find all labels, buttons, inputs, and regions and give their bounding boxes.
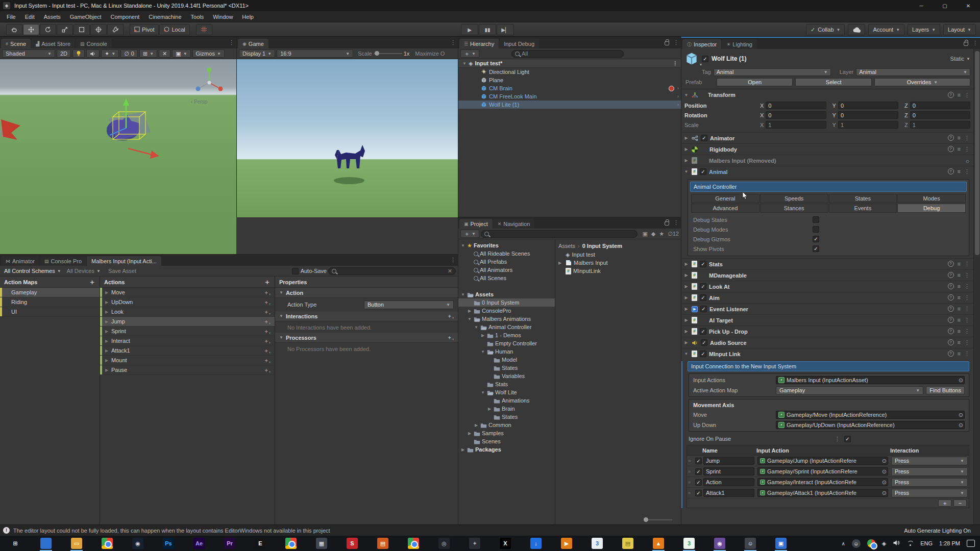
animal-controller-header[interactable]: Animal Controller	[690, 182, 967, 192]
component-header-rigidbody[interactable]: ▶Rigidbody?≡⋮	[681, 143, 973, 155]
component-header-ai-target[interactable]: ▶#AI Target?≡⋮	[681, 314, 973, 325]
add-action-button[interactable]: ＋	[264, 278, 271, 287]
step-button[interactable]: ▶▏	[497, 24, 514, 35]
foldout-icon[interactable]: ▶	[683, 136, 689, 140]
foldout-icon[interactable]: ▶	[683, 158, 689, 163]
tree-arrow-icon[interactable]: ▼	[480, 349, 485, 354]
project-tree-item[interactable]: ▶Brain	[458, 405, 555, 413]
menu-edit[interactable]: Edit	[20, 11, 39, 22]
expand-icon[interactable]: ▶	[105, 368, 111, 372]
component-header-malbers-input-removed-[interactable]: ▶#Malbers Input (Removed)☼	[681, 155, 973, 166]
component-enabled-checkbox[interactable]: ✓	[700, 328, 706, 335]
project-search-input[interactable]	[481, 230, 638, 238]
foldout-icon[interactable]: ▶	[683, 340, 689, 345]
pause-button[interactable]: ▮▮	[479, 24, 496, 35]
maximize-on-play-toggle[interactable]: Maximize O	[415, 51, 445, 57]
component-kebab-icon[interactable]: ⋮	[964, 146, 970, 153]
inspector-menu-kebab-icon[interactable]: ⋮	[972, 40, 978, 46]
project-menu-kebab-icon[interactable]: ⋮	[673, 219, 679, 226]
taskbar-calculator[interactable]: ▦	[306, 536, 337, 551]
animal-tab-advanced[interactable]: Advanced	[691, 204, 760, 213]
help-icon[interactable]: ?	[948, 92, 954, 98]
discord-tray-icon[interactable]: ☺	[852, 539, 861, 548]
tree-arrow-icon[interactable]: ▼	[460, 243, 465, 248]
project-tree-item[interactable]: Model	[458, 356, 555, 364]
row-interaction-dropdown[interactable]: Press▼	[891, 457, 968, 465]
component-enabled-checkbox[interactable]: ✓	[701, 339, 707, 346]
component-header-stats[interactable]: ▶#✓Stats?≡⋮	[681, 258, 973, 269]
action-center-icon[interactable]	[967, 540, 975, 547]
static-dropdown[interactable]: Static▼	[950, 56, 970, 62]
project-tree-item[interactable]: ▶Packages	[458, 445, 555, 454]
move-object-field[interactable]: ⚡Gameplay/Move (InputActionReference)⊙	[776, 411, 965, 419]
taskbar-dark-tool-app[interactable]: ✦	[459, 536, 490, 551]
animal-tab-events[interactable]: Events	[829, 204, 897, 213]
project-tree-item[interactable]: ▼Animal Controller	[458, 323, 555, 331]
menu-file[interactable]: File	[2, 11, 20, 22]
component-header-mdamageable[interactable]: ▶#MDamageable?≡⋮	[681, 269, 973, 281]
prefab-overrides-dropdown[interactable]: Overrides▼	[874, 78, 970, 86]
presets-icon[interactable]: ≡	[958, 317, 961, 323]
lighting-toggle-icon[interactable]	[72, 49, 85, 58]
scene-tools-icon[interactable]: ✕	[159, 49, 170, 58]
tab-hierarchy[interactable]: ☰Hierarchy	[459, 39, 499, 48]
tag-dropdown[interactable]: Animal▼	[714, 68, 831, 76]
taskbar-epic-games[interactable]: E	[245, 536, 276, 551]
inspector-scrollbar[interactable]	[973, 49, 980, 524]
action-row[interactable]: ▶Sprint＋,	[100, 327, 275, 336]
layer-dropdown[interactable]: Animal▼	[856, 68, 970, 76]
row-enabled-checkbox[interactable]: ✓	[695, 468, 702, 475]
animal-tab-modes[interactable]: Modes	[897, 194, 966, 203]
hierarchy-item[interactable]: CM Brain›	[458, 84, 681, 92]
breadcrumb-root[interactable]: Assets	[558, 243, 575, 249]
taskbar-after-effects[interactable]: Ae	[184, 536, 214, 551]
transform-tool-icon[interactable]	[90, 24, 107, 35]
presets-icon[interactable]: ≡	[958, 328, 961, 335]
scene-menu-kebab-icon[interactable]: ⋮	[229, 39, 234, 46]
tab-animator[interactable]: ⋈Animator	[1, 256, 39, 266]
camera-dropdown-icon[interactable]: ▣▼	[172, 49, 190, 58]
foldout-icon[interactable]: ▶	[683, 307, 689, 311]
breadcrumb-current[interactable]: 0 Input System	[582, 243, 622, 249]
taskbar-file-explorer[interactable]: ▭	[61, 536, 92, 551]
animal-tab-debug[interactable]: Debug	[897, 204, 966, 213]
wifi-tray-icon[interactable]	[906, 541, 914, 546]
auto-save-checkbox[interactable]: ✓	[292, 268, 299, 274]
project-tree-item[interactable]: States	[458, 364, 555, 372]
gizmos-dropdown[interactable]: Gizmos▼	[192, 49, 225, 58]
asset-size-slider[interactable]	[644, 519, 672, 520]
add-binding-button[interactable]: ＋,	[263, 366, 271, 374]
presets-icon[interactable]: ≡	[958, 261, 961, 267]
component-enabled-checkbox[interactable]: ✓	[700, 294, 706, 301]
expand-icon[interactable]: ▶	[105, 310, 111, 314]
help-icon[interactable]: ?	[948, 306, 954, 312]
scale-slider[interactable]	[374, 53, 402, 54]
menu-tools[interactable]: Tools	[186, 11, 209, 22]
object-picker-icon[interactable]: ⊙	[882, 458, 887, 464]
taskbar-orange-doc-app[interactable]: ▤	[368, 536, 398, 551]
tab-malbers-input[interactable]: Malbers Input (Input Acti...	[87, 256, 161, 266]
hand-tool-icon[interactable]	[6, 24, 22, 35]
move-tool-icon[interactable]	[23, 24, 39, 35]
hierarchy-menu-kebab-icon[interactable]: ⋮	[673, 39, 679, 46]
minput-link-header[interactable]: Input Connection to the New Input System	[688, 361, 969, 371]
tree-arrow-icon[interactable]: ▶	[467, 431, 472, 436]
animal-tab-general[interactable]: General	[691, 194, 760, 203]
gameobject-cube-icon[interactable]: ▾	[684, 52, 699, 66]
action-map-row[interactable]: UI	[0, 307, 100, 317]
action-map-row[interactable]: Riding	[0, 297, 100, 307]
tray-expand-icon[interactable]: ∧	[841, 541, 845, 546]
add-binding-button[interactable]: ＋,	[263, 328, 271, 335]
project-tree-item[interactable]: ▼Human	[458, 347, 555, 356]
component-kebab-icon[interactable]: ⋮	[964, 306, 970, 312]
presets-icon[interactable]: ≡	[958, 306, 961, 312]
taskbar-blue-save-app[interactable]: ▣	[766, 536, 796, 551]
component-kebab-icon[interactable]: ⋮	[964, 261, 970, 267]
taskbar-purple-app[interactable]: ◉	[704, 536, 735, 551]
help-icon[interactable]: ?	[948, 294, 954, 300]
lock-icon[interactable]	[665, 221, 669, 226]
rotation-z-field[interactable]: 0	[910, 111, 970, 119]
project-tree-item[interactable]: All Animators	[458, 266, 555, 274]
component-enabled-checkbox[interactable]: ✓	[701, 135, 707, 141]
menu-cinemachine[interactable]: Cinemachine	[144, 11, 186, 22]
